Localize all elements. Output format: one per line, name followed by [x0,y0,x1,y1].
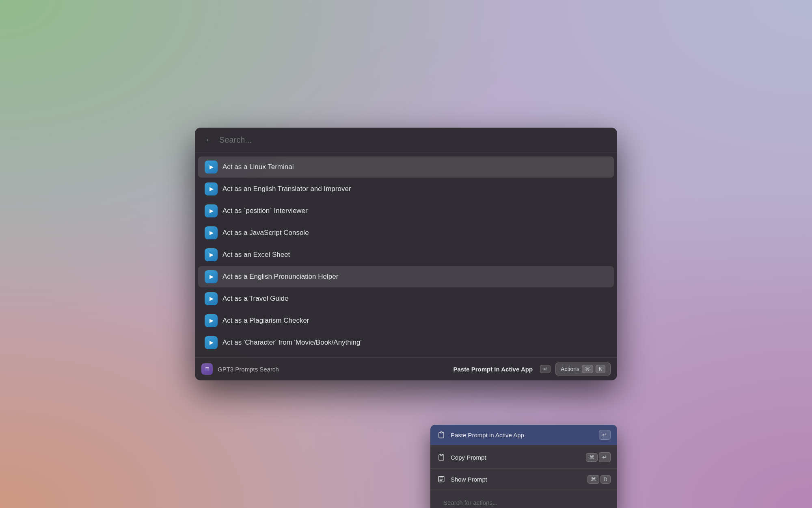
divider-2 [430,468,617,469]
enter-key: ↵ [599,430,611,440]
item-label: Act as a Plagiarism Checker [222,317,309,325]
d-key: D [600,475,611,484]
item-label: Act as `position` Interviewer [222,207,308,215]
list-item[interactable]: ▶ Act as a Travel Guide [198,288,614,309]
item-label: Act as an English Translator and Improve… [222,185,351,193]
item-label: Act as 'Character' from 'Movie/Book/Anyt… [222,339,362,347]
item-label: Act as a English Pronunciation Helper [222,273,338,281]
list-item[interactable]: ▶ Act as 'Character' from 'Movie/Book/An… [198,332,614,353]
search-bar: ← [195,128,617,152]
cmd-key-2: ⌘ [587,475,599,484]
clipboard-icon-copy [437,453,446,462]
actions-button[interactable]: Actions ⌘ K [555,363,611,376]
item-label: Act as an Excel Sheet [222,251,290,259]
paste-prompt-button[interactable]: Paste Prompt in Active App ↵ [430,425,617,445]
clipboard-icon [437,430,446,439]
item-icon: ▶ [205,270,218,283]
list-item[interactable]: ▶ Act as `position` Interviewer [198,200,614,221]
actions-cmd-key: ⌘ [582,365,593,373]
svg-rect-1 [441,454,443,456]
show-shortcut: ⌘ D [587,475,611,484]
list-item[interactable]: ▶ Act as a JavaScript Console [198,222,614,243]
item-label: Act as a Linux Terminal [222,163,294,171]
footer-action-keys: ↵ [540,365,551,373]
enter-key-2: ↵ [599,452,611,462]
action-search-container [430,491,617,508]
context-menu: Paste Prompt in Active App ↵ Copy Prompt [430,425,617,508]
app-icon-symbol: ≡ [205,365,209,373]
footer-title: GPT3 Prompts Search [218,366,448,373]
cmd-key: ⌘ [586,453,598,462]
paste-shortcut: ↵ [599,430,611,440]
item-icon: ▶ [205,336,218,349]
item-icon: ▶ [205,204,218,217]
copy-shortcut: ⌘ ↵ [586,452,611,462]
item-icon: ▶ [205,161,218,174]
list-item[interactable]: ▶ Act as an English Translator and Impro… [198,178,614,200]
list-item[interactable]: ▶ Act as a Plagiarism Checker [198,310,614,331]
list-item[interactable]: ▶ Act as a Linux Terminal [198,156,614,178]
copy-prompt-button[interactable]: Copy Prompt ⌘ ↵ [430,447,617,467]
app-icon: ≡ [201,363,213,375]
search-input[interactable] [219,135,609,145]
action-search-input[interactable] [437,495,611,508]
footer-enter-key: ↵ [540,365,551,373]
footer: ≡ GPT3 Prompts Search Paste Prompt in Ac… [195,357,617,380]
list-item[interactable]: ▶ Act as an Excel Sheet [198,244,614,265]
item-icon: ▶ [205,226,218,239]
item-icon: ▶ [205,314,218,327]
show-prompt-button[interactable]: Show Prompt ⌘ D [430,469,617,489]
svg-rect-0 [441,432,443,433]
copy-prompt-label: Copy Prompt [451,454,581,461]
document-icon [437,475,446,484]
item-icon: ▶ [205,182,218,195]
item-icon: ▶ [205,292,218,305]
paste-prompt-label: Paste Prompt in Active App [451,432,594,439]
item-label: Act as a Travel Guide [222,295,289,303]
show-prompt-label: Show Prompt [451,476,583,483]
actions-label: Actions [561,366,579,372]
back-button[interactable]: ← [203,134,214,145]
list-item-pronunciation[interactable]: ▶ Act as a English Pronunciation Helper … [198,266,614,287]
footer-action-label: Paste Prompt in Active App [453,366,533,373]
main-window: ← ▶ Act as a Linux Terminal ▶ Act as an … [195,128,617,380]
divider [430,446,617,446]
list-container: ▶ Act as a Linux Terminal ▶ Act as an En… [195,152,617,357]
divider-3 [430,490,617,490]
actions-k-key: K [596,365,605,373]
item-icon: ▶ [205,248,218,261]
item-label: Act as a JavaScript Console [222,229,309,237]
